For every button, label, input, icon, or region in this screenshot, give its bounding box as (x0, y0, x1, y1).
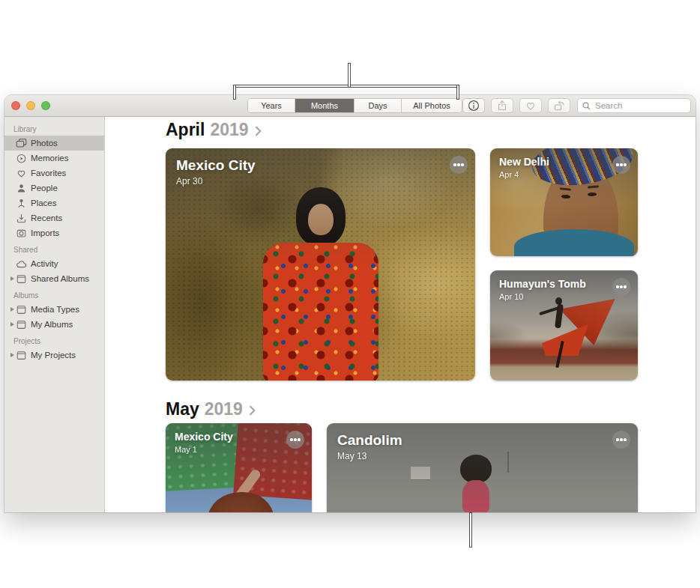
sidebar-item-shared-albums[interactable]: Shared Albums (4, 271, 104, 286)
album-icon (15, 303, 27, 315)
photos-icon (15, 137, 27, 149)
callout-bracket-line (233, 85, 459, 88)
album-icon (15, 273, 27, 285)
sidebar-item-memories[interactable]: Memories (4, 151, 104, 166)
disclosure-triangle-icon[interactable] (10, 353, 14, 357)
sidebar: Library Photos (4, 117, 105, 512)
info-icon (467, 99, 480, 112)
segment-all-photos[interactable]: All Photos (402, 99, 462, 112)
segment-days[interactable]: Days (354, 99, 402, 112)
share-button[interactable] (491, 98, 513, 113)
toolbar-buttons (462, 98, 570, 113)
rotate-button[interactable] (548, 98, 570, 113)
month-tile-mexico-city-may[interactable]: Mexico City May 1 (166, 423, 312, 512)
callout-bracket-right-tick (456, 85, 459, 100)
ellipsis-icon (294, 438, 296, 440)
callout-bracket-left-tick (233, 85, 236, 100)
month-tile-humayuns-tomb[interactable]: Humayun's Tomb Apr 10 (490, 270, 638, 381)
more-options-button[interactable] (612, 431, 630, 449)
callout-bottom-stem (469, 512, 472, 548)
sidebar-section-shared: Shared (4, 240, 104, 256)
camera-icon (15, 227, 27, 239)
view-segmented-control: Years Months Days All Photos (247, 98, 462, 113)
sidebar-item-favorites[interactable]: Favorites (4, 166, 104, 181)
cloud-icon (15, 258, 27, 270)
album-icon (15, 349, 27, 361)
more-options-button[interactable] (612, 278, 630, 296)
more-options-button[interactable] (450, 156, 468, 174)
zoom-button[interactable] (41, 101, 50, 110)
heart-icon (15, 167, 27, 179)
ellipsis-icon (457, 163, 459, 166)
more-options-button[interactable] (286, 431, 304, 449)
callout-top-stem (348, 63, 351, 88)
months-grid: April 2019 (105, 117, 696, 512)
month-tile-mexico-city-april[interactable]: Mexico City Apr 30 (166, 148, 475, 381)
sidebar-section-albums: Albums (4, 286, 104, 302)
chevron-right-icon (254, 126, 263, 136)
heart-icon (524, 99, 537, 112)
album-icon (15, 318, 27, 330)
ellipsis-icon (620, 285, 622, 288)
month-tile-new-delhi[interactable]: New Delhi Apr 4 (490, 148, 638, 256)
photos-window: Years Months Days All Photos (4, 95, 696, 512)
tile-caption: Candolim May 13 (327, 423, 638, 470)
search-icon (582, 101, 591, 111)
sidebar-item-places[interactable]: Places (4, 196, 104, 210)
segment-months[interactable]: Months (295, 99, 354, 112)
window-body: Library Photos (4, 117, 696, 512)
pin-icon (15, 197, 27, 209)
chevron-right-icon (248, 405, 257, 416)
tile-caption: Mexico City Apr 30 (166, 148, 475, 196)
sidebar-item-recents[interactable]: Recents (4, 210, 104, 225)
disclosure-triangle-icon[interactable] (10, 307, 14, 312)
sidebar-item-my-albums[interactable]: My Albums (4, 317, 104, 332)
sidebar-item-people[interactable]: People (4, 181, 104, 196)
search-field[interactable] (577, 98, 691, 113)
favorite-button[interactable] (519, 98, 542, 113)
minimize-button[interactable] (26, 101, 35, 110)
sidebar-item-media-types[interactable]: Media Types (4, 302, 104, 317)
sidebar-section-projects: Projects (4, 332, 104, 348)
toolbar: Years Months Days All Photos (4, 95, 696, 117)
traffic-lights (11, 101, 50, 110)
month-tile-candolim[interactable]: Candolim May 13 (327, 423, 638, 512)
sidebar-item-my-projects[interactable]: My Projects (4, 348, 104, 363)
sidebar-item-photos[interactable]: Photos (4, 136, 104, 151)
ellipsis-icon (620, 438, 622, 440)
search-input[interactable] (594, 100, 687, 111)
person-icon (15, 182, 27, 194)
share-icon (495, 99, 509, 112)
month-header-april[interactable]: April 2019 (166, 120, 263, 140)
more-options-button[interactable] (612, 156, 630, 174)
screenshot-canvas: Years Months Days All Photos (0, 0, 700, 588)
disclosure-triangle-icon[interactable] (10, 322, 14, 327)
segment-years[interactable]: Years (248, 99, 295, 112)
memories-icon (15, 152, 27, 164)
info-button[interactable] (462, 98, 485, 113)
month-header-may[interactable]: May 2019 (166, 399, 257, 419)
sidebar-section-library: Library (4, 120, 104, 136)
rotate-icon (552, 99, 566, 112)
sidebar-item-activity[interactable]: Activity (4, 256, 104, 271)
close-button[interactable] (11, 101, 20, 110)
sidebar-item-imports[interactable]: Imports (4, 225, 104, 240)
tray-arrow-icon (15, 212, 27, 224)
disclosure-triangle-icon[interactable] (10, 276, 14, 281)
ellipsis-icon (620, 163, 622, 166)
